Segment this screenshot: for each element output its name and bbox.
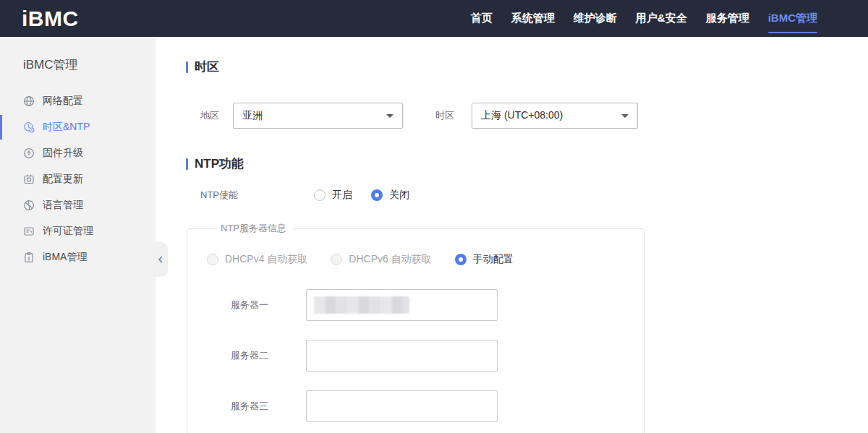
- nav-item-user-security[interactable]: 用户&安全: [636, 0, 687, 37]
- radio-label: 开启: [332, 189, 352, 202]
- manual-config-option[interactable]: 手动配置: [455, 253, 514, 266]
- sidebar-menu: 网络配置 时区&NTP 固件升级: [0, 88, 156, 270]
- ntp-enable-off-option[interactable]: 关闭: [371, 189, 409, 202]
- region-label: 地区: [200, 109, 233, 122]
- sidebar-item-label: iBMA管理: [43, 251, 87, 264]
- server-three-row: 服务器三: [207, 390, 644, 422]
- server-two-label: 服务器二: [231, 349, 306, 362]
- ntp-enable-row: NTP使能 开启 关闭: [186, 189, 868, 202]
- timezone-section: 时区 地区 亚洲 时区 上海 (UTC+08:00): [186, 59, 868, 129]
- nav-item-home[interactable]: 首页: [471, 0, 493, 37]
- section-title-text: 时区: [195, 59, 219, 75]
- timezone-form-row: 地区 亚洲 时区 上海 (UTC+08:00): [186, 103, 868, 129]
- ibma-icon: [23, 252, 35, 263]
- nav-item-services[interactable]: 服务管理: [706, 0, 749, 37]
- ibmc-logo: iBMC: [22, 7, 79, 31]
- radio-disabled-icon[interactable]: [207, 254, 218, 265]
- sidebar-item-label: 语言管理: [43, 199, 83, 212]
- server-three-label: 服务器三: [231, 400, 306, 413]
- radio-selected-icon[interactable]: [371, 189, 383, 201]
- region-select-value: 亚洲: [242, 109, 263, 122]
- server-one-input-wrap: [306, 289, 498, 321]
- sidebar-item-firmware-upgrade[interactable]: 固件升级: [0, 140, 156, 166]
- sidebar-item-label: 时区&NTP: [43, 121, 90, 134]
- chevron-down-icon: [621, 114, 629, 118]
- server-one-input[interactable]: [306, 289, 498, 321]
- ntp-server-group-legend: NTP服务器信息: [216, 222, 292, 235]
- ntp-enable-label: NTP使能: [200, 189, 314, 202]
- sidebar-item-label: 许可证管理: [43, 225, 93, 238]
- server-one-row: 服务器一: [207, 289, 644, 321]
- server-two-input-wrap: [306, 340, 498, 372]
- ntp-section: NTP功能 NTP使能 开启 关闭: [186, 155, 868, 433]
- server-three-input[interactable]: [306, 390, 498, 422]
- section-accent-bar: [186, 158, 188, 170]
- top-nav-menu: 首页 系统管理 维护诊断 用户&安全 服务管理 iBMC管理: [471, 0, 817, 37]
- nav-item-maintenance[interactable]: 维护诊断: [574, 0, 617, 37]
- ntp-enable-radio-group: 开启 关闭: [314, 189, 428, 202]
- ntp-enable-on-option[interactable]: 开启: [314, 189, 352, 202]
- server-two-row: 服务器二: [207, 340, 644, 372]
- radio-selected-icon[interactable]: [455, 254, 467, 265]
- region-select[interactable]: 亚洲: [233, 103, 403, 129]
- dhcpv4-auto-option[interactable]: DHCPv4 自动获取: [207, 253, 307, 266]
- ntp-server-mode-row: DHCPv4 自动获取 DHCPv6 自动获取 手动配置: [207, 253, 644, 266]
- radio-disabled-icon[interactable]: [331, 254, 342, 265]
- server-one-label: 服务器一: [231, 299, 306, 312]
- section-title-text: NTP功能: [195, 155, 244, 172]
- page-body: iBMC管理 网络配置 时区&NTP: [0, 37, 868, 433]
- ntp-server-group: NTP服务器信息 DHCPv4 自动获取 DHCPv6 自动获取 手动配: [187, 222, 645, 433]
- chevron-left-icon: [156, 255, 165, 264]
- radio-label: 手动配置: [473, 253, 514, 266]
- sidebar-item-label: 配置更新: [43, 173, 83, 186]
- timezone-select-value: 上海 (UTC+08:00): [481, 109, 563, 122]
- main-content: 时区 地区 亚洲 时区 上海 (UTC+08:00): [156, 37, 868, 433]
- sidebar-item-timezone-ntp[interactable]: 时区&NTP: [0, 114, 156, 140]
- network-icon: [23, 95, 35, 107]
- sidebar-item-label: 网络配置: [43, 95, 83, 108]
- sidebar-item-license[interactable]: 许可证管理: [0, 218, 156, 244]
- sidebar-item-ibma[interactable]: iBMA管理: [0, 244, 156, 270]
- server-two-input[interactable]: [306, 340, 498, 372]
- sidebar-item-label: 固件升级: [43, 147, 83, 160]
- sidebar-collapse-button[interactable]: [153, 242, 168, 277]
- timezone-section-title: 时区: [186, 59, 868, 75]
- sidebar-item-language[interactable]: 语言管理: [0, 192, 156, 218]
- sidebar-title: iBMC管理: [0, 37, 156, 73]
- section-accent-bar: [186, 61, 188, 73]
- radio-unselected-icon[interactable]: [314, 189, 326, 201]
- nav-item-system[interactable]: 系统管理: [511, 0, 555, 37]
- sidebar-item-network[interactable]: 网络配置: [0, 88, 156, 114]
- sidebar-item-config-update[interactable]: 配置更新: [0, 166, 156, 192]
- language-icon: [23, 200, 35, 211]
- top-navbar: iBMC 首页 系统管理 维护诊断 用户&安全 服务管理 iBMC管理: [0, 0, 868, 37]
- ntp-section-title: NTP功能: [186, 155, 868, 172]
- radio-label: DHCPv4 自动获取: [225, 253, 307, 266]
- ibmc-app: iBMC 首页 系统管理 维护诊断 用户&安全 服务管理 iBMC管理 iBMC…: [0, 0, 868, 433]
- firmware-upgrade-icon: [23, 147, 35, 159]
- dhcpv6-auto-option[interactable]: DHCPv6 自动获取: [331, 253, 431, 266]
- timezone-label: 时区: [435, 109, 472, 122]
- chevron-down-icon: [386, 114, 393, 118]
- server-three-input-wrap: [306, 390, 498, 422]
- license-icon: [23, 226, 35, 237]
- timezone-select[interactable]: 上海 (UTC+08:00): [472, 103, 638, 129]
- sidebar: iBMC管理 网络配置 时区&NTP: [0, 37, 156, 433]
- radio-label: 关闭: [389, 189, 409, 202]
- timezone-icon: [23, 121, 35, 133]
- config-update-icon: [23, 173, 35, 185]
- nav-item-ibmc-management[interactable]: iBMC管理: [768, 0, 817, 37]
- radio-label: DHCPv6 自动获取: [349, 253, 431, 266]
